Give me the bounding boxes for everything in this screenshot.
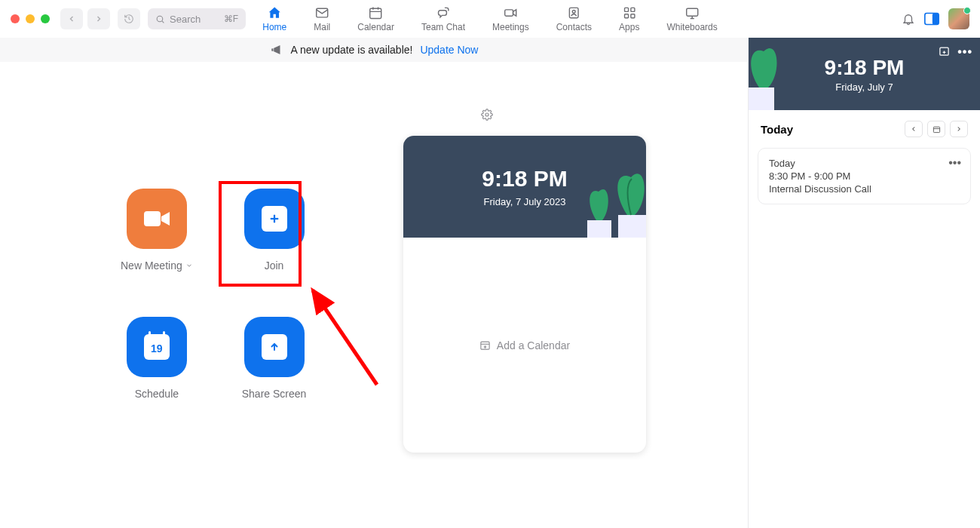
svg-rect-11 [624, 8, 628, 11]
tab-apps-label: Apps [619, 22, 639, 32]
notifications-button[interactable] [902, 12, 915, 26]
calendar-card-time: 9:18 PM [482, 166, 567, 192]
settings-button[interactable] [481, 109, 493, 124]
chevron-down-icon [185, 262, 193, 269]
schedule-button[interactable]: 19 [127, 317, 187, 377]
more-options-button[interactable]: ••• [957, 45, 972, 60]
share-screen-button[interactable] [244, 317, 305, 377]
nav-buttons [60, 8, 110, 29]
close-window-icon[interactable] [11, 14, 20, 23]
video-icon [503, 5, 518, 20]
calendar-card-date: Friday, 7 July 2023 [484, 196, 566, 207]
update-now-link[interactable]: Update Now [420, 44, 478, 56]
join-label: Join [265, 259, 284, 272]
prev-day-button[interactable] [905, 121, 923, 137]
right-sidebar: ••• 9:18 PM Friday, July 7 Today ••• Tod… [748, 38, 980, 528]
svg-rect-38 [933, 127, 939, 132]
titlebar-right-controls [902, 8, 969, 29]
user-avatar[interactable] [948, 8, 969, 29]
new-meeting-action: New Meeting [121, 189, 193, 272]
tab-contacts[interactable]: Contacts [556, 5, 592, 32]
forward-button[interactable] [87, 8, 110, 29]
chat-icon [436, 5, 451, 20]
update-banner: A new update is available! Update Now [0, 38, 748, 62]
search-placeholder: Search [170, 14, 201, 25]
update-banner-text: A new update is available! [291, 44, 413, 56]
tab-apps[interactable]: Apps [619, 5, 639, 32]
tab-mail-label: Mail [314, 22, 330, 32]
svg-line-27 [313, 290, 377, 385]
event-time: 8:30 PM - 9:00 PM [769, 170, 960, 182]
svg-marker-22 [161, 212, 170, 226]
home-actions: New Meeting Join 19 [121, 189, 310, 400]
tab-mail[interactable]: Mail [314, 5, 330, 32]
schedule-action: 19 Schedule [121, 317, 193, 400]
calendar-card: 9:18 PM Friday, 7 July 2023 Add a Calend… [403, 136, 646, 453]
chevron-right-icon [955, 125, 963, 133]
today-header: Today [749, 110, 980, 148]
calendar-icon [933, 125, 941, 134]
tab-contacts-label: Contacts [556, 22, 592, 32]
search-input[interactable]: Search ⌘F [148, 8, 246, 29]
new-meeting-button[interactable] [127, 189, 187, 249]
apps-icon [622, 5, 637, 20]
svg-rect-13 [624, 14, 628, 18]
whiteboard-icon [684, 5, 700, 20]
add-calendar-label: Add a Calendar [497, 339, 570, 351]
svg-line-1 [162, 20, 164, 22]
add-calendar-button[interactable]: Add a Calendar [479, 339, 570, 351]
tab-home-label: Home [262, 22, 286, 32]
next-day-button[interactable] [950, 121, 968, 137]
join-button[interactable] [244, 189, 305, 249]
svg-rect-34 [749, 87, 774, 110]
calendar-plus-icon [939, 45, 950, 57]
event-day: Today [769, 158, 960, 169]
svg-rect-21 [144, 211, 161, 226]
join-action: Join [238, 189, 311, 272]
minimize-window-icon[interactable] [26, 14, 35, 23]
event-more-button[interactable]: ••• [948, 156, 961, 170]
annotation-arrow-icon [305, 279, 388, 392]
tab-whiteboards[interactable]: Whiteboards [666, 5, 717, 32]
tab-calendar[interactable]: Calendar [357, 5, 394, 32]
right-panel-time: 9:18 PM [825, 56, 905, 80]
search-shortcut: ⌘F [224, 14, 238, 24]
contacts-icon [566, 5, 581, 20]
tab-home[interactable]: Home [262, 5, 286, 32]
window-traffic-lights [11, 14, 50, 23]
event-card[interactable]: ••• Today 8:30 PM - 9:00 PM Internal Dis… [758, 148, 971, 204]
svg-rect-12 [630, 8, 634, 11]
tab-meetings[interactable]: Meetings [492, 5, 529, 32]
svg-rect-14 [630, 14, 634, 18]
calendar-plus-icon [479, 339, 491, 351]
arrow-up-icon [268, 341, 280, 353]
tab-whiteboards-label: Whiteboards [666, 22, 717, 32]
share-screen-action: Share Screen [238, 317, 311, 400]
main-tabs: Home Mail Calendar Team Chat Meetings Co… [262, 0, 718, 38]
back-button[interactable] [60, 8, 83, 29]
tab-team-chat[interactable]: Team Chat [421, 5, 465, 32]
plant-illustration-icon [580, 181, 611, 238]
sidebar-icon [924, 12, 939, 26]
tab-calendar-label: Calendar [357, 22, 394, 32]
home-icon [267, 5, 282, 20]
home-pane: A new update is available! Update Now Ne… [0, 38, 748, 528]
svg-rect-29 [587, 220, 611, 238]
new-meeting-label[interactable]: New Meeting [121, 259, 193, 272]
plant-illustration-icon [749, 38, 786, 110]
mail-icon [314, 5, 329, 20]
calendar-add-button[interactable] [939, 45, 950, 60]
search-icon [155, 14, 165, 24]
jump-today-button[interactable] [927, 121, 945, 137]
share-screen-label: Share Screen [242, 388, 307, 400]
maximize-window-icon[interactable] [41, 14, 50, 23]
schedule-icon-day: 19 [151, 342, 163, 355]
right-hero: ••• 9:18 PM Friday, July 7 [749, 38, 980, 110]
svg-point-10 [572, 10, 575, 13]
svg-rect-7 [505, 10, 513, 16]
titlebar: Search ⌘F Home Mail Calendar Team Chat M… [0, 0, 980, 38]
toggle-sidebar-button[interactable] [924, 12, 939, 26]
history-button[interactable] [118, 8, 140, 29]
svg-rect-19 [933, 14, 939, 25]
svg-point-20 [485, 113, 488, 116]
